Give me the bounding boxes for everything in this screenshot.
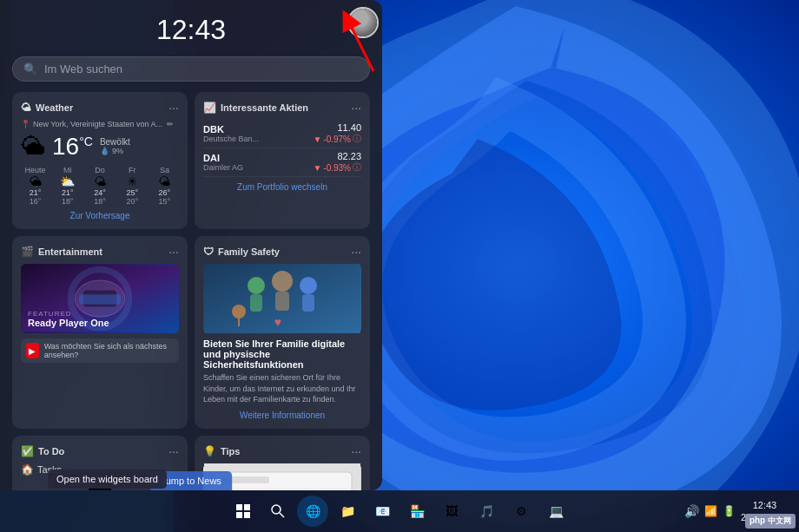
- todo-title: ✅ To Do: [21, 445, 64, 457]
- stock-dai-info: DAI Daimler AG: [203, 153, 243, 172]
- family-safety-icon: 🛡: [203, 246, 214, 258]
- taskbar: 🌐 📁 📧 🏪 🖼 🎵 ⚙ 💻 🔊 📶 �: [0, 490, 799, 532]
- taskbar-center-icons: 🌐 📁 📧 🏪 🖼 🎵 ⚙ 💻: [228, 496, 571, 527]
- weather-main: 🌥 16°C Bewölkt 💧 9%: [21, 132, 179, 161]
- svg-point-11: [300, 277, 317, 294]
- weather-forecast-link[interactable]: Zur Vorhersage: [21, 211, 179, 220]
- weather-menu-button[interactable]: ···: [168, 101, 179, 115]
- weather-title: 🌤 Weather: [21, 102, 73, 114]
- todo-title-icon: ✅: [21, 445, 34, 457]
- svg-rect-4: [79, 294, 121, 304]
- stocks-header: 📈 Interessante Aktien ···: [203, 101, 361, 115]
- family-safety-menu-button[interactable]: ···: [351, 245, 361, 259]
- weather-cloud-icon: 🌥: [21, 132, 45, 161]
- svg-text:♥: ♥: [274, 315, 281, 329]
- family-safety-link[interactable]: Weitere Informationen: [203, 410, 361, 420]
- taskbar-browser-button[interactable]: 🌐: [297, 496, 328, 527]
- stock-dai-change-icon: ▼: [313, 163, 321, 173]
- stock-dbk-change-icon: ▼: [313, 135, 321, 144]
- tips-header: 💡 Tips ···: [203, 444, 361, 458]
- family-card-desc: Schaffen Sie einen sicheren Ort für Ihre…: [203, 372, 361, 405]
- weather-forecast: Heute 🌥 21° 16° Mi ⛅ 21° 18° Do 🌤 24° 18…: [21, 166, 179, 206]
- entertainment-sub-item[interactable]: ▶ Was möchten Sie sich als nächstes anse…: [21, 338, 179, 363]
- svg-rect-10: [275, 292, 289, 311]
- forecast-day-fr: Fr ☀ 25° 20°: [118, 166, 147, 206]
- stocks-title-icon: 📈: [203, 102, 216, 114]
- location-icon: 📍: [21, 120, 30, 128]
- entertainment-title: 🎬 Entertainment: [21, 246, 102, 258]
- family-safety-title: 🛡 Family Safety: [203, 246, 280, 258]
- taskbar-start-button[interactable]: [228, 496, 259, 527]
- tips-title: 💡 Tips: [203, 445, 240, 457]
- movie-info: FEATURED Ready Player One: [28, 310, 109, 328]
- weather-location: 📍 New York, Vereinigte Staaten von A... …: [21, 120, 179, 128]
- panel-header: 12:43: [12, 14, 370, 46]
- stocks-widget: 📈 Interessante Aktien ··· DBK Deutsche B…: [195, 92, 370, 229]
- svg-point-7: [248, 277, 265, 294]
- forecast-day-mi: Mi ⛅ 21° 18°: [53, 166, 82, 206]
- edit-icon[interactable]: ✏: [167, 120, 174, 128]
- widgets-grid: 🌤 Weather ··· 📍 New York, Vereinigte Sta…: [12, 92, 370, 490]
- entertainment-widget: 🎬 Entertainment ···: [12, 236, 188, 429]
- weather-title-icon: 🌤: [21, 102, 31, 114]
- forecast-day-do: Do 🌤 24° 18°: [85, 166, 114, 206]
- family-art: ♥: [203, 264, 361, 333]
- taskbar-settings-button[interactable]: ⚙: [505, 496, 537, 527]
- taskbar-explorer-button[interactable]: 📁: [332, 496, 363, 527]
- svg-point-9: [272, 271, 293, 292]
- family-card-title: Bieten Sie Ihrer Familie digitale und ph…: [203, 338, 361, 370]
- forecast-day-sa: Sa 🌤 26° 15°: [150, 166, 179, 206]
- panel-time: 12:43: [156, 14, 226, 46]
- search-input[interactable]: [44, 62, 359, 76]
- taskbar-photos-button[interactable]: 🖼: [436, 496, 467, 527]
- stocks-portfolio-link[interactable]: Zum Portfolio wechseln: [203, 182, 361, 192]
- stock-row-dbk: DBK Deutsche Ban... 11.40 ▼ -0.97% ⓘ: [203, 120, 361, 148]
- family-safety-header: 🛡 Family Safety ···: [203, 245, 361, 259]
- weather-condition: Bewölkt: [100, 137, 130, 147]
- stocks-menu-button[interactable]: ···: [351, 101, 361, 115]
- svg-point-26: [272, 505, 281, 514]
- weather-header: 🌤 Weather ···: [21, 101, 179, 115]
- avatar-image: [349, 9, 377, 36]
- taskbar-terminal-button[interactable]: 💻: [540, 496, 571, 527]
- svg-rect-8: [250, 294, 262, 312]
- movie-title: Ready Player One: [28, 318, 109, 328]
- entertainment-movie-image[interactable]: FEATURED Ready Player One: [21, 264, 179, 333]
- play-button[interactable]: ▶: [26, 343, 39, 358]
- weather-widget: 🌤 Weather ··· 📍 New York, Vereinigte Sta…: [12, 92, 188, 229]
- taskbar-store-button[interactable]: 🏪: [401, 496, 433, 527]
- svg-rect-23: [244, 504, 250, 510]
- entertainment-title-icon: 🎬: [21, 246, 34, 258]
- todo-menu-button[interactable]: ···: [168, 444, 179, 458]
- taskbar-volume-icon[interactable]: 🔊: [684, 504, 699, 518]
- open-widgets-tooltip: Open the widgets board: [48, 470, 167, 489]
- tips-menu-button[interactable]: ···: [351, 444, 361, 458]
- stock-dbk-info: DBK Deutsche Ban...: [203, 124, 259, 143]
- weather-temperature: 16°C: [52, 133, 93, 160]
- todo-header: ✅ To Do ···: [21, 444, 179, 458]
- info-circle-icon: ⓘ: [353, 133, 361, 145]
- widgets-panel: 12:43 🔍 🌤 Weather ··· 📍 New York, Verein…: [0, 0, 382, 490]
- svg-rect-24: [236, 512, 242, 518]
- profile-avatar[interactable]: [347, 7, 379, 38]
- info-circle-icon-dai: ⓘ: [353, 161, 361, 174]
- forecast-day-today: Heute 🌥 21° 16°: [21, 166, 50, 206]
- svg-rect-25: [244, 512, 250, 518]
- taskbar-network-icon[interactable]: 📶: [704, 505, 717, 517]
- family-safety-widget: 🛡 Family Safety ···: [195, 236, 370, 429]
- taskbar-search-button[interactable]: [262, 496, 294, 527]
- svg-rect-12: [302, 294, 314, 312]
- wind-icon: 💧: [100, 147, 109, 155]
- taskbar-mail-button[interactable]: 📧: [366, 496, 398, 527]
- weather-wind: 💧 9%: [100, 147, 130, 155]
- entertainment-menu-button[interactable]: ···: [168, 245, 179, 259]
- svg-rect-22: [236, 504, 242, 510]
- entertainment-header: 🎬 Entertainment ···: [21, 245, 179, 259]
- search-bar[interactable]: 🔍: [12, 56, 370, 82]
- stock-row-dai: DAI Daimler AG 82.23 ▼ -0.93% ⓘ: [203, 148, 361, 177]
- svg-point-14: [232, 305, 246, 319]
- taskbar-music-button[interactable]: 🎵: [471, 496, 502, 527]
- home-icon: 🏠: [21, 463, 34, 476]
- search-icon: 🔍: [23, 62, 37, 76]
- php-badge: php 中文网: [745, 514, 796, 529]
